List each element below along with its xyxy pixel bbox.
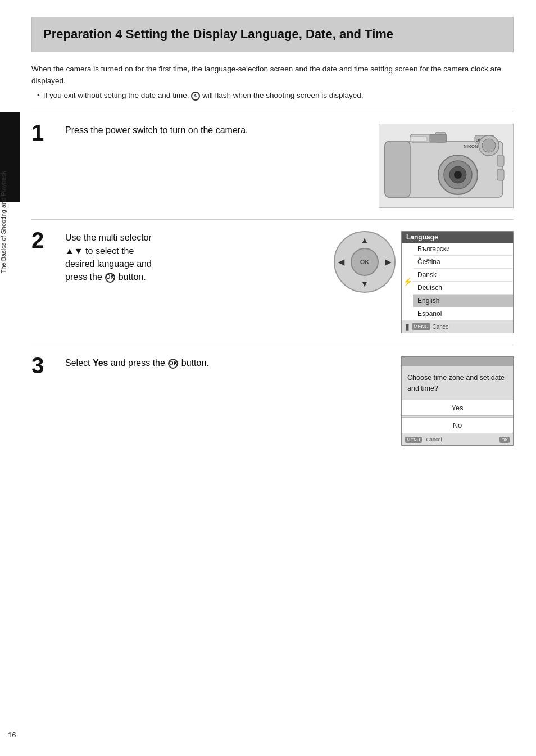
clock-icon: ↻	[191, 92, 200, 101]
lang-item-danish[interactable]: Dansk	[413, 269, 513, 282]
step-2-images: ▲ ▼ ◀ ▶ OK Language ⚡	[334, 231, 514, 333]
lang-item-czech[interactable]: Čeština	[413, 256, 513, 269]
step-3-number: 3	[31, 354, 54, 377]
step-2-text-col: Use the multi selector ▲▼ to select the …	[65, 231, 322, 283]
ok-icon-step2: OK	[105, 273, 115, 283]
arrow-right: ▶	[385, 257, 391, 266]
camera-svg: ON FF NIKON	[379, 124, 513, 207]
intro-para: When the camera is turned on for the fir…	[31, 64, 514, 87]
arrow-up: ▲	[361, 236, 369, 245]
svg-rect-1	[385, 141, 410, 197]
page-container: The Basics of Shooting and Playback 16 P…	[0, 0, 536, 756]
intro-section: When the camera is turned on for the fir…	[31, 64, 514, 102]
svg-point-12	[482, 139, 496, 152]
step-3-image-col: Choose time zone and set date and time? …	[401, 356, 514, 446]
step-3-section: 3 Select Yes and press the OK button. Ch…	[31, 345, 514, 457]
ok-button[interactable]: OK	[351, 248, 379, 276]
tz-cancel-btn: MENU	[405, 437, 422, 443]
arrow-left: ◀	[338, 257, 344, 266]
arrow-down: ▼	[361, 279, 369, 288]
step-2-image-col: ▲ ▼ ◀ ▶ OK Language ⚡	[334, 231, 514, 333]
tz-question: Choose time zone and set date and time?	[402, 366, 513, 400]
tz-cancel-label: Cancel	[426, 437, 442, 442]
lang-screen-icon: ▮	[405, 322, 410, 331]
title-box: Preparation 4 Setting the Display Langua…	[31, 17, 514, 52]
lang-icon-row: ⚡ Български Čeština Dansk Deutsch Englis…	[402, 243, 513, 320]
lang-list: Български Čeština Dansk Deutsch English …	[413, 243, 513, 320]
tz-bottom: MENU Cancel OK	[402, 434, 513, 445]
language-screen: Language ⚡ Български Čeština Dansk Deuts…	[401, 231, 514, 333]
page-number: 16	[8, 731, 16, 739]
svg-point-5	[454, 171, 462, 179]
lang-item-german[interactable]: Deutsch	[413, 282, 513, 295]
timezone-screen: Choose time zone and set date and time? …	[401, 356, 514, 446]
ok-icon-step3: OK	[168, 359, 178, 369]
main-content: Preparation 4 Setting the Display Langua…	[20, 0, 536, 756]
cancel-label: Cancel	[433, 324, 450, 330]
lang-item-bulgarian[interactable]: Български	[413, 243, 513, 256]
tz-top-bar	[402, 357, 513, 366]
svg-rect-14	[430, 134, 447, 142]
step-3-text-col: Select Yes and press the OK button.	[65, 356, 390, 369]
svg-rect-15	[497, 155, 504, 166]
step-1-text: Press the power switch to turn on the ca…	[65, 124, 367, 137]
lang-item-english[interactable]: English	[413, 295, 513, 307]
step-2-number: 2	[31, 229, 54, 251]
tz-yes[interactable]: Yes	[402, 400, 513, 416]
tz-no[interactable]: No	[402, 417, 513, 433]
sidebar-label: The Basics of Shooting and Playback	[0, 169, 20, 275]
lang-icon: ⚡	[402, 277, 413, 286]
svg-text:NIKON: NIKON	[464, 144, 478, 149]
language-header: Language	[402, 232, 513, 243]
bullet-dot: •	[37, 90, 40, 102]
step-1-section: 1 Press the power switch to turn on the …	[31, 112, 514, 219]
step-1-text-col: Press the power switch to turn on the ca…	[65, 124, 367, 137]
page-title: Preparation 4 Setting the Display Langua…	[43, 26, 502, 43]
step-3-text: Select Yes and press the OK button.	[65, 356, 390, 369]
lang-cancel-bar: ▮ MENU Cancel	[402, 320, 513, 333]
step-1-image-col: ON FF NIKON	[379, 124, 514, 208]
lang-item-spanish[interactable]: Español	[413, 307, 513, 320]
svg-rect-13	[410, 137, 427, 141]
step-2-section: 2 Use the multi selector ▲▼ to select th…	[31, 219, 514, 345]
step-2-text: Use the multi selector ▲▼ to select the …	[65, 231, 322, 283]
bullet-text: If you exit without setting the date and…	[43, 90, 364, 102]
camera-image: ON FF NIKON	[379, 124, 514, 208]
multi-selector: ▲ ▼ ◀ ▶ OK	[334, 231, 396, 293]
sidebar: The Basics of Shooting and Playback 16	[0, 0, 20, 756]
svg-rect-16	[497, 169, 504, 180]
tz-ok-btn[interactable]: OK	[499, 437, 510, 443]
bullet-item: • If you exit without setting the date a…	[37, 90, 514, 102]
step-1-number: 1	[31, 121, 54, 144]
cancel-btn-label: MENU	[412, 323, 430, 330]
